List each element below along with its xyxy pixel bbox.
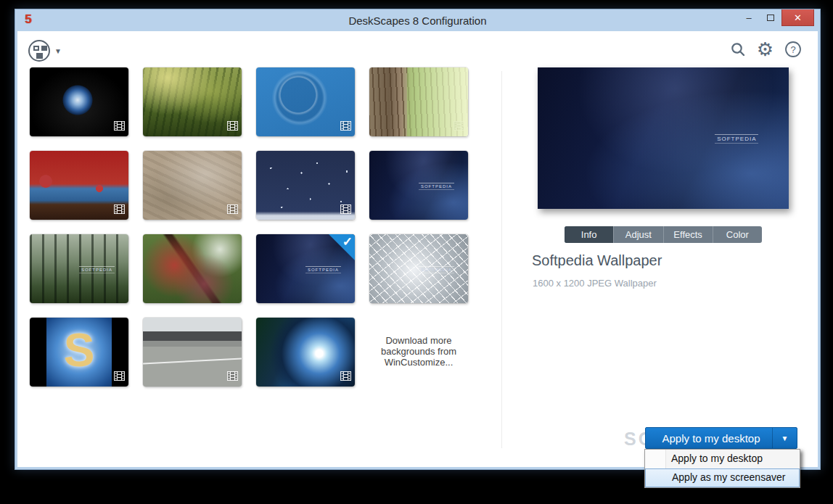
wallpaper-thumbnail-retro-diner[interactable]: [30, 151, 128, 220]
thumbnail-letter: S: [64, 323, 95, 377]
wallpaper-thumbnail-white-thorns[interactable]: SOFTPEDIA: [369, 234, 468, 303]
film-strip-icon: [340, 204, 351, 217]
tab-info[interactable]: Info: [565, 226, 613, 243]
film-strip-icon: [227, 371, 238, 384]
wallpaper-thumbnail-sand-texture[interactable]: [143, 151, 242, 220]
wallpaper-title: Softpedia Wallpaper: [532, 252, 662, 269]
wallpaper-thumbnail-water-ripple[interactable]: [256, 67, 355, 136]
film-strip-icon: [227, 204, 238, 217]
wallpaper-thumbnail-softpedia-wallpaper[interactable]: SOFTPEDIA✓: [256, 234, 355, 303]
download-more-link[interactable]: Download more backgrounds from WinCustom…: [369, 318, 468, 387]
wallpaper-grid: SOFTPEDIASOFTPEDIASOFTPEDIA✓SOFTPEDIASDo…: [30, 67, 468, 387]
wallpaper-thumbnail-tree-bark[interactable]: [369, 67, 468, 136]
wallpaper-thumbnail-s-logo[interactable]: S: [30, 318, 128, 387]
wallpaper-thumbnail-snowfall-night[interactable]: [256, 151, 355, 220]
film-strip-icon: [454, 120, 464, 133]
tab-color[interactable]: Color: [713, 226, 762, 243]
film-strip-icon: [114, 204, 125, 217]
apply-dropdown-menu: Apply to my desktopApply as my screensav…: [644, 449, 800, 488]
film-strip-icon: [340, 371, 351, 384]
thumbnail-watermark: SOFTPEDIA: [79, 266, 115, 273]
search-icon[interactable]: [730, 41, 746, 57]
tab-effects[interactable]: Effects: [663, 226, 713, 243]
svg-text:?: ?: [790, 44, 795, 55]
preview-watermark: SOFTPEDIA: [715, 134, 758, 144]
film-strip-icon: [227, 120, 238, 133]
film-strip-icon: [340, 120, 351, 133]
help-icon[interactable]: ?: [784, 41, 802, 58]
maximize-button[interactable]: [760, 9, 781, 26]
wallpaper-thumbnail-autumn-leaves[interactable]: [143, 234, 242, 303]
main-content: ▼ ⚙ ? SOFTPEDIASOFTPEDIASOFTPEDIA✓SOFTPE…: [17, 31, 818, 467]
wallpaper-thumbnail-light-burst[interactable]: [256, 318, 355, 387]
titlebar[interactable]: 5 DeskScapes 8 Configuration – ✕: [15, 9, 820, 31]
detail-tabs: InfoAdjustEffectsColor: [565, 226, 762, 243]
wallpaper-thumbnail-foggy-forest[interactable]: SOFTPEDIA: [30, 234, 128, 303]
wallpaper-thumbnail-grass-field[interactable]: [143, 67, 242, 136]
wallpaper-thumbnail-softpedia-blue[interactable]: SOFTPEDIA: [369, 151, 468, 220]
thumbnail-watermark: SOFTPEDIA: [305, 266, 341, 273]
check-icon: ✓: [342, 234, 353, 249]
close-button[interactable]: ✕: [781, 9, 814, 26]
film-strip-icon: [114, 120, 125, 133]
maximize-icon: [767, 15, 774, 21]
thumbnail-watermark: SOFTPEDIA: [419, 266, 454, 273]
wallpaper-preview: SOFTPEDIA: [538, 67, 789, 209]
thumbnail-watermark: SOFTPEDIA: [419, 183, 454, 190]
apply-button-label: Apply to my desktop: [646, 432, 772, 445]
wallpaper-subtitle: 1600 x 1200 JPEG Wallpaper: [533, 278, 657, 289]
deskscapes-window: 5 DeskScapes 8 Configuration – ✕ ▼ ⚙ ? S…: [15, 9, 821, 470]
panel-divider: [501, 71, 502, 448]
wallpaper-thumbnail-street-scene[interactable]: [143, 318, 242, 387]
tab-adjust[interactable]: Adjust: [613, 226, 662, 243]
layout-view-icon: [28, 40, 50, 62]
toolbar-icons: ⚙ ?: [730, 40, 802, 59]
minimize-button[interactable]: –: [738, 9, 760, 26]
wallpaper-thumbnail-earth-globe[interactable]: [30, 67, 128, 136]
window-title: DeskScapes 8 Configuration: [15, 15, 820, 27]
window-controls: – ✕: [738, 9, 814, 31]
chevron-down-icon: ▼: [54, 47, 62, 55]
apply-button[interactable]: Apply to my desktop ▼: [645, 427, 797, 449]
gear-icon[interactable]: ⚙: [757, 40, 774, 59]
menu-item-apply-to-my-desktop[interactable]: Apply to my desktop: [645, 450, 800, 468]
film-strip-icon: [114, 371, 125, 384]
view-selector-button[interactable]: ▼: [28, 40, 62, 62]
menu-item-apply-as-my-screensaver[interactable]: Apply as my screensaver: [645, 468, 800, 487]
stardock-logo-icon: 5: [21, 12, 36, 27]
apply-dropdown-arrow-icon[interactable]: ▼: [772, 428, 797, 448]
